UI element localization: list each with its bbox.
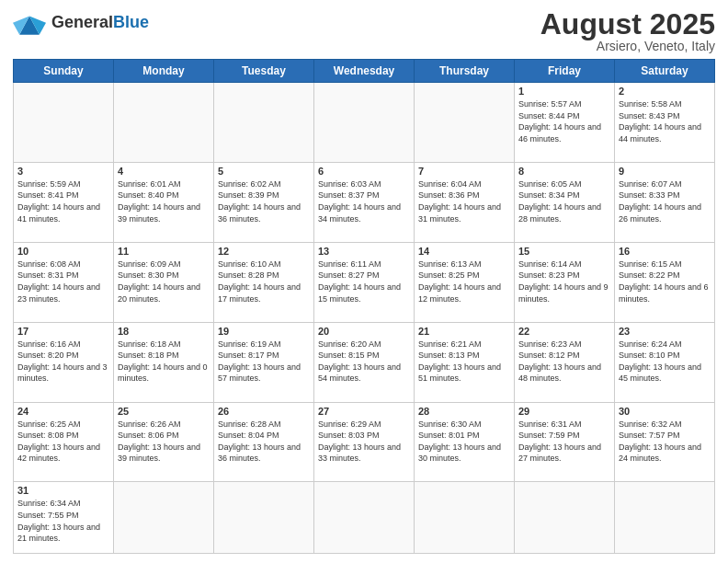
cell-info: Sunrise: 6:11 AM Sunset: 8:27 PM Dayligh… — [318, 259, 410, 304]
cell-date: 25 — [118, 406, 210, 417]
calendar-cell: 5Sunrise: 6:02 AM Sunset: 8:39 PM Daylig… — [214, 162, 314, 242]
cell-date: 12 — [218, 246, 310, 257]
cell-date: 2 — [619, 86, 711, 97]
cell-date: 27 — [318, 406, 410, 417]
cell-date: 30 — [619, 406, 711, 417]
calendar-cell: 3Sunrise: 5:59 AM Sunset: 8:41 PM Daylig… — [14, 162, 114, 242]
calendar-cell: 9Sunrise: 6:07 AM Sunset: 8:33 PM Daylig… — [615, 162, 715, 242]
calendar-cell — [615, 482, 715, 554]
calendar-cell: 4Sunrise: 6:01 AM Sunset: 8:40 PM Daylig… — [114, 162, 214, 242]
page: GeneralBlue August 2025 Arsiero, Veneto,… — [0, 0, 728, 563]
cell-info: Sunrise: 6:31 AM Sunset: 7:59 PM Dayligh… — [518, 419, 610, 465]
calendar-cell — [214, 83, 314, 163]
cell-info: Sunrise: 6:10 AM Sunset: 8:28 PM Dayligh… — [218, 259, 310, 304]
header-sunday: Sunday — [14, 60, 114, 83]
calendar-cell: 22Sunrise: 6:23 AM Sunset: 8:12 PM Dayli… — [515, 322, 615, 402]
calendar-cell: 30Sunrise: 6:32 AM Sunset: 7:57 PM Dayli… — [615, 402, 715, 482]
calendar-cell: 18Sunrise: 6:18 AM Sunset: 8:18 PM Dayli… — [114, 322, 214, 402]
cell-info: Sunrise: 6:34 AM Sunset: 7:55 PM Dayligh… — [17, 498, 109, 544]
cell-info: Sunrise: 6:19 AM Sunset: 8:17 PM Dayligh… — [218, 339, 310, 385]
title-block: August 2025 Arsiero, Veneto, Italy — [540, 9, 715, 53]
cell-info: Sunrise: 6:07 AM Sunset: 8:33 PM Dayligh… — [619, 178, 711, 224]
logo: GeneralBlue — [13, 9, 149, 35]
cell-info: Sunrise: 6:18 AM Sunset: 8:18 PM Dayligh… — [118, 339, 210, 385]
cell-date: 13 — [318, 246, 410, 257]
calendar-cell: 7Sunrise: 6:04 AM Sunset: 8:36 PM Daylig… — [415, 162, 515, 242]
calendar-cell — [415, 83, 515, 163]
header-saturday: Saturday — [615, 60, 715, 83]
cell-date: 28 — [418, 406, 510, 417]
calendar-cell: 25Sunrise: 6:26 AM Sunset: 8:06 PM Dayli… — [114, 402, 214, 482]
cell-info: Sunrise: 6:03 AM Sunset: 8:37 PM Dayligh… — [318, 178, 410, 224]
calendar-cell: 28Sunrise: 6:30 AM Sunset: 8:01 PM Dayli… — [415, 402, 515, 482]
calendar-cell: 13Sunrise: 6:11 AM Sunset: 8:27 PM Dayli… — [314, 242, 415, 322]
cell-info: Sunrise: 6:21 AM Sunset: 8:13 PM Dayligh… — [418, 339, 510, 385]
calendar-cell: 8Sunrise: 6:05 AM Sunset: 8:34 PM Daylig… — [515, 162, 615, 242]
calendar-cell: 24Sunrise: 6:25 AM Sunset: 8:08 PM Dayli… — [14, 402, 114, 482]
cell-info: Sunrise: 6:29 AM Sunset: 8:03 PM Dayligh… — [318, 419, 410, 465]
calendar-cell: 23Sunrise: 6:24 AM Sunset: 8:10 PM Dayli… — [615, 322, 715, 402]
calendar-cell: 26Sunrise: 6:28 AM Sunset: 8:04 PM Dayli… — [214, 402, 314, 482]
cell-date: 14 — [418, 246, 510, 257]
calendar-cell: 17Sunrise: 6:16 AM Sunset: 8:20 PM Dayli… — [14, 322, 114, 402]
calendar-cell — [114, 83, 214, 163]
calendar-cell: 27Sunrise: 6:29 AM Sunset: 8:03 PM Dayli… — [314, 402, 415, 482]
cell-date: 23 — [619, 326, 711, 337]
calendar-cell — [515, 482, 615, 554]
cell-info: Sunrise: 6:04 AM Sunset: 8:36 PM Dayligh… — [418, 178, 510, 224]
cell-date: 6 — [318, 166, 410, 177]
cell-date: 26 — [218, 406, 310, 417]
cell-info: Sunrise: 6:09 AM Sunset: 8:30 PM Dayligh… — [118, 259, 210, 304]
calendar-cell — [415, 482, 515, 554]
cell-info: Sunrise: 6:13 AM Sunset: 8:25 PM Dayligh… — [418, 259, 510, 304]
calendar-cell: 1Sunrise: 5:57 AM Sunset: 8:44 PM Daylig… — [515, 83, 615, 163]
calendar-cell — [14, 83, 114, 163]
calendar-cell: 12Sunrise: 6:10 AM Sunset: 8:28 PM Dayli… — [214, 242, 314, 322]
cell-date: 20 — [318, 326, 410, 337]
calendar-cell: 15Sunrise: 6:14 AM Sunset: 8:23 PM Dayli… — [515, 242, 615, 322]
cell-info: Sunrise: 6:26 AM Sunset: 8:06 PM Dayligh… — [118, 419, 210, 465]
cell-date: 7 — [418, 166, 510, 177]
cell-info: Sunrise: 6:08 AM Sunset: 8:31 PM Dayligh… — [17, 259, 109, 304]
cell-date: 31 — [17, 485, 109, 496]
sub-title: Arsiero, Veneto, Italy — [540, 39, 715, 53]
cell-info: Sunrise: 6:02 AM Sunset: 8:39 PM Dayligh… — [218, 178, 310, 224]
cell-date: 8 — [518, 166, 610, 177]
cell-date: 11 — [118, 246, 210, 257]
calendar-cell: 21Sunrise: 6:21 AM Sunset: 8:13 PM Dayli… — [415, 322, 515, 402]
cell-info: Sunrise: 5:59 AM Sunset: 8:41 PM Dayligh… — [17, 178, 109, 224]
cell-info: Sunrise: 6:25 AM Sunset: 8:08 PM Dayligh… — [17, 419, 109, 465]
header-thursday: Thursday — [415, 60, 515, 83]
calendar-table: Sunday Monday Tuesday Wednesday Thursday… — [13, 59, 715, 554]
cell-date: 22 — [518, 326, 610, 337]
cell-date: 5 — [218, 166, 310, 177]
calendar-cell: 2Sunrise: 5:58 AM Sunset: 8:43 PM Daylig… — [615, 83, 715, 163]
cell-info: Sunrise: 6:24 AM Sunset: 8:10 PM Dayligh… — [619, 339, 711, 385]
calendar-cell — [314, 83, 415, 163]
logo-icon — [13, 9, 46, 35]
logo-text: GeneralBlue — [51, 13, 149, 32]
cell-date: 3 — [17, 166, 109, 177]
cell-date: 24 — [17, 406, 109, 417]
cell-date: 18 — [118, 326, 210, 337]
cell-date: 15 — [518, 246, 610, 257]
header-tuesday: Tuesday — [214, 60, 314, 83]
cell-info: Sunrise: 6:14 AM Sunset: 8:23 PM Dayligh… — [518, 259, 610, 304]
calendar-cell: 14Sunrise: 6:13 AM Sunset: 8:25 PM Dayli… — [415, 242, 515, 322]
cell-date: 29 — [518, 406, 610, 417]
header-friday: Friday — [515, 60, 615, 83]
main-title: August 2025 — [540, 9, 715, 39]
calendar-cell — [114, 482, 214, 554]
header-wednesday: Wednesday — [314, 60, 415, 83]
cell-info: Sunrise: 6:20 AM Sunset: 8:15 PM Dayligh… — [318, 339, 410, 385]
header-monday: Monday — [114, 60, 214, 83]
calendar-cell: 31Sunrise: 6:34 AM Sunset: 7:55 PM Dayli… — [14, 482, 114, 554]
calendar-cell: 11Sunrise: 6:09 AM Sunset: 8:30 PM Dayli… — [114, 242, 214, 322]
calendar-cell: 20Sunrise: 6:20 AM Sunset: 8:15 PM Dayli… — [314, 322, 415, 402]
calendar-cell: 6Sunrise: 6:03 AM Sunset: 8:37 PM Daylig… — [314, 162, 415, 242]
cell-date: 17 — [17, 326, 109, 337]
calendar-cell: 16Sunrise: 6:15 AM Sunset: 8:22 PM Dayli… — [615, 242, 715, 322]
calendar-cell: 10Sunrise: 6:08 AM Sunset: 8:31 PM Dayli… — [14, 242, 114, 322]
header: GeneralBlue August 2025 Arsiero, Veneto,… — [13, 9, 715, 53]
calendar-cell — [214, 482, 314, 554]
